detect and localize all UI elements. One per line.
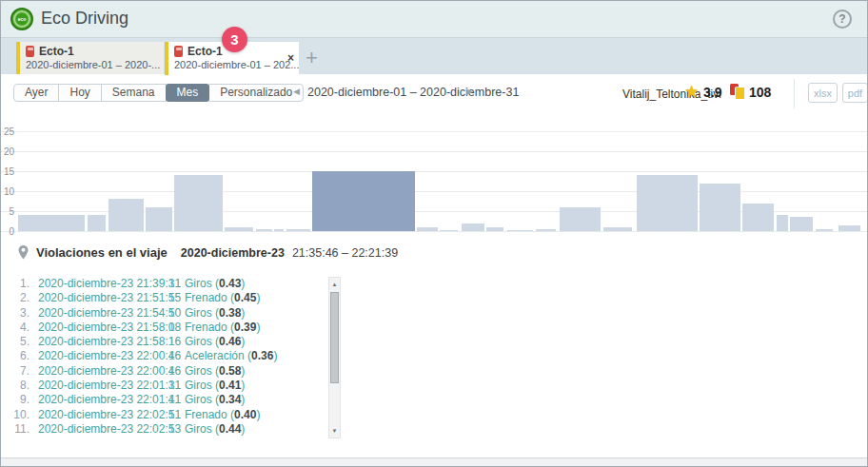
violation-count: 1 bbox=[168, 277, 185, 290]
violation-count: 1 bbox=[168, 364, 185, 378]
violation-row[interactable]: 6.2020-diciembre-23 22:00:461Aceleración… bbox=[9, 349, 323, 363]
new-tab-button[interactable]: + bbox=[306, 46, 318, 70]
trip-bar-20[interactable] bbox=[700, 184, 740, 231]
violation-timestamp: 2020-diciembre-23 21:51:55 bbox=[38, 291, 168, 304]
period-button-group: AyerHoySemanaMesPersonalizado bbox=[13, 84, 304, 102]
scrollbar[interactable]: ▲ ▼ bbox=[328, 277, 341, 438]
violation-row[interactable]: 3.2020-diciembre-23 21:54:501Giros (0.38… bbox=[9, 306, 323, 321]
violation-close-paren: ) bbox=[241, 335, 245, 348]
violation-row[interactable]: 11.2020-diciembre-23 22:02:531Giros (0.4… bbox=[9, 422, 323, 437]
trip-bar-11[interactable] bbox=[417, 227, 438, 231]
export-pdf-button[interactable]: pdf bbox=[842, 83, 868, 103]
trip-bar-14[interactable] bbox=[486, 227, 503, 231]
period-button-semana[interactable]: Semana bbox=[101, 84, 167, 102]
violation-timestamp: 2020-diciembre-23 21:54:50 bbox=[38, 306, 168, 320]
trip-bar-17[interactable] bbox=[560, 207, 601, 231]
violation-close-paren: ) bbox=[241, 306, 245, 320]
violation-count: 1 bbox=[168, 379, 185, 392]
trip-bar-25[interactable] bbox=[838, 225, 860, 231]
violation-value: 0.45 bbox=[234, 291, 256, 304]
trip-bar-2[interactable] bbox=[88, 215, 106, 231]
violation-row[interactable]: 5.2020-diciembre-23 21:58:161Giros (0.46… bbox=[9, 335, 323, 349]
trip-bar-4[interactable] bbox=[146, 207, 172, 231]
violation-row[interactable]: 9.2020-diciembre-23 22:01:411Giros (0.34… bbox=[9, 393, 323, 407]
trip-detail-panel: Violaciones en el viaje 2020-diciembre-2… bbox=[1, 236, 867, 457]
page-title: Eco Driving bbox=[41, 9, 128, 29]
prev-period-icon[interactable]: ◀ bbox=[293, 87, 300, 96]
violation-number: 6. bbox=[9, 349, 30, 362]
violation-number: 8. bbox=[9, 379, 30, 392]
app-header: eco Eco Driving ? bbox=[1, 1, 867, 38]
gridline-20 bbox=[1, 151, 867, 152]
trip-bar-9[interactable] bbox=[286, 229, 310, 231]
trip-bar-5[interactable] bbox=[174, 175, 223, 231]
violation-row[interactable]: 1.2020-diciembre-23 21:39:311Giros (0.43… bbox=[9, 277, 323, 291]
vehicle-icon bbox=[174, 46, 183, 57]
gridline-0 bbox=[1, 231, 867, 232]
violation-number: 1. bbox=[9, 277, 30, 290]
trip-bar-10-selected[interactable] bbox=[312, 171, 415, 231]
scrollbar-thumb[interactable] bbox=[330, 292, 339, 383]
violation-value: 0.39 bbox=[234, 321, 256, 334]
scroll-up-icon[interactable]: ▲ bbox=[329, 279, 340, 290]
trip-bar-23[interactable] bbox=[790, 217, 813, 231]
violation-count: 1 bbox=[168, 321, 185, 334]
violation-value: 0.44 bbox=[219, 422, 241, 436]
violation-close-paren: ) bbox=[256, 408, 260, 421]
violation-type: Giros ( bbox=[185, 379, 219, 392]
trip-bar-22[interactable] bbox=[777, 215, 788, 231]
close-icon[interactable]: × bbox=[287, 52, 294, 64]
violation-row[interactable]: 7.2020-diciembre-23 22:00:461Giros (0.58… bbox=[9, 364, 323, 379]
violation-row[interactable]: 2.2020-diciembre-23 21:51:551Frenado (0.… bbox=[9, 291, 323, 305]
tab-date-range: 2020-diciembre-01 – 202... bbox=[174, 59, 293, 70]
trip-bar-24[interactable] bbox=[816, 229, 833, 231]
next-period-icon[interactable]: ▶ bbox=[466, 87, 473, 96]
trip-bar-3[interactable] bbox=[108, 199, 144, 231]
trip-bar-13[interactable] bbox=[462, 224, 484, 231]
trip-bar-18[interactable] bbox=[603, 227, 632, 231]
trip-bar-21[interactable] bbox=[742, 204, 774, 231]
trip-bar-12[interactable] bbox=[440, 230, 458, 232]
violation-count: 1 bbox=[168, 306, 185, 320]
violation-number: 5. bbox=[9, 335, 30, 348]
violation-close-paren: ) bbox=[256, 321, 260, 334]
violation-timestamp: 2020-diciembre-23 22:01:41 bbox=[38, 393, 168, 406]
violation-timestamp: 2020-diciembre-23 21:39:31 bbox=[38, 277, 168, 290]
tab-date-range: 2020-diciembre-01 – 2020-... bbox=[26, 59, 158, 70]
period-button-ayer[interactable]: Ayer bbox=[13, 84, 59, 102]
date-range-label: 2020-diciembre-01 – 2020-diciembre-31 bbox=[307, 86, 519, 99]
export-xlsx-button[interactable]: xlsx bbox=[808, 83, 838, 103]
violation-value: 0.46 bbox=[219, 335, 241, 348]
trip-bar-7[interactable] bbox=[256, 229, 272, 231]
period-button-hoy[interactable]: Hoy bbox=[58, 84, 101, 102]
violation-number: 7. bbox=[9, 364, 30, 378]
y-axis-tick-15: 15 bbox=[1, 166, 14, 177]
trip-bar-16[interactable] bbox=[536, 229, 556, 231]
scroll-down-icon[interactable]: ▼ bbox=[329, 425, 340, 437]
eco-logo-text: eco bbox=[16, 13, 28, 25]
trip-date: 2020-diciembre-23 bbox=[181, 246, 285, 260]
violations-header: Violaciones en el viaje 2020-diciembre-2… bbox=[18, 245, 398, 260]
violation-count: 1 bbox=[168, 291, 185, 304]
violation-row[interactable]: 10.2020-diciembre-23 22:02:511Frenado (0… bbox=[9, 408, 323, 422]
period-button-mes[interactable]: Mes bbox=[166, 84, 210, 102]
toolbar: AyerHoySemanaMesPersonalizado ◀ 2020-dic… bbox=[1, 74, 867, 114]
trip-bar-6[interactable] bbox=[225, 227, 253, 231]
help-icon[interactable]: ? bbox=[833, 10, 852, 29]
trip-bar-1[interactable] bbox=[18, 215, 85, 231]
trip-bar-8[interactable] bbox=[274, 229, 284, 231]
violation-type: Giros ( bbox=[185, 364, 219, 378]
violation-type: Giros ( bbox=[185, 277, 219, 290]
rating-value: 3.9 bbox=[703, 85, 721, 100]
tab-ecto1-inactive[interactable]: Ecto-1 2020-diciembre-01 – 2020-... bbox=[16, 42, 164, 74]
violation-value: 0.58 bbox=[219, 364, 241, 378]
gridline-15 bbox=[1, 171, 867, 172]
violation-row[interactable]: 8.2020-diciembre-23 22:01:311Giros (0.41… bbox=[9, 379, 323, 393]
violation-timestamp: 2020-diciembre-23 21:58:08 bbox=[38, 321, 168, 334]
violation-value: 0.36 bbox=[251, 349, 273, 362]
period-button-personalizado[interactable]: Personalizado bbox=[208, 84, 304, 102]
trip-bar-19[interactable] bbox=[637, 175, 698, 231]
violation-row[interactable]: 4.2020-diciembre-23 21:58:081Frenado (0.… bbox=[9, 321, 323, 335]
trip-bar-15[interactable] bbox=[507, 230, 533, 232]
violation-timestamp: 2020-diciembre-23 22:00:46 bbox=[38, 364, 168, 378]
